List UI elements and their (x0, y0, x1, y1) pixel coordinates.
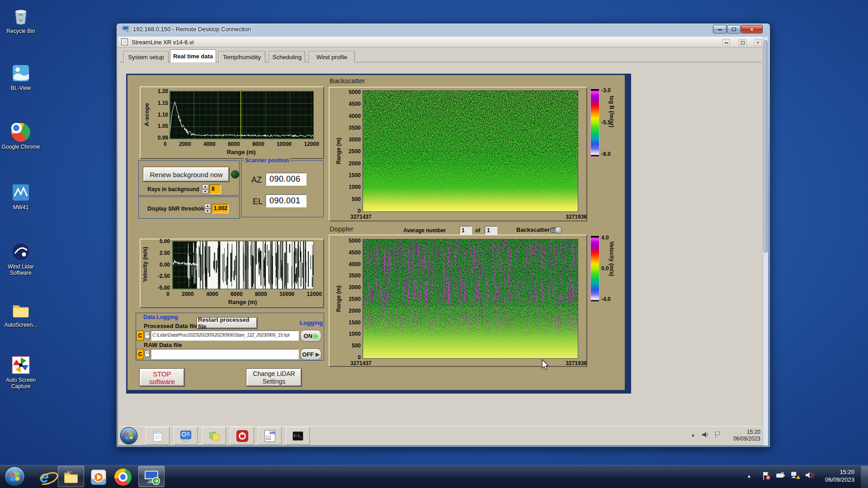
backscatter-toggle[interactable] (550, 227, 561, 233)
app-close-button[interactable]: × (754, 39, 762, 46)
host-start-button[interactable] (5, 466, 25, 487)
ascope-x-axis-label: Range (m) (170, 149, 313, 155)
ascope-cursor-line[interactable] (241, 91, 241, 139)
remote-taskbar-sticky-notes[interactable] (202, 427, 226, 445)
app-minimize-button[interactable] (722, 39, 730, 46)
scanner-position-box (241, 160, 324, 217)
velocity-y-ticks: 5.002.500.00-2.50-5.00 (149, 238, 170, 291)
tab-label: Scheduling (273, 54, 302, 61)
desktop-icon-wind-lidar[interactable]: Wind Lidar Software (0, 242, 42, 276)
snr-spinner[interactable] (204, 204, 211, 213)
button-label: Renew background now (150, 171, 223, 178)
tab-wind-profile[interactable]: Wind profile (309, 51, 355, 62)
tick-label: -2.50 (158, 273, 170, 279)
app-window-title: StreamLine XR v14-6.vi (132, 39, 193, 46)
remote-taskbar-power-app[interactable] (230, 427, 254, 445)
remote-tray-flag-icon[interactable] (713, 430, 722, 439)
desktop-icon-auto-screen-capture[interactable]: Auto Screen Capture (0, 355, 42, 389)
remote-taskbar-notepad[interactable] (146, 427, 170, 445)
doppler-y-ticks: 5000450040003500300025002000150010005000 (343, 238, 361, 361)
raw-logging-off-button[interactable]: OFF▶ (300, 348, 321, 360)
remote-date: 06/09/2023 (722, 436, 760, 442)
processed-drive-selector[interactable]: C (137, 330, 144, 341)
tab-scheduling[interactable]: Scheduling (269, 51, 305, 62)
processed-logging-on-button[interactable]: ON▶ (300, 330, 321, 342)
renew-status-led (231, 170, 239, 178)
tick-label: 12000 (307, 291, 322, 297)
pinwheel-icon (11, 355, 31, 375)
raw-browse-icon[interactable] (145, 350, 150, 357)
host-taskbar-chrome[interactable] (113, 468, 133, 486)
rays-value-field[interactable]: 8 (209, 184, 221, 194)
recycle-bin-icon (11, 6, 31, 26)
app-titlebar[interactable] (118, 37, 763, 47)
stop-software-button[interactable]: STOP software (140, 369, 184, 386)
snr-value-field[interactable]: 1.002 (212, 204, 229, 213)
rdp-titlebar[interactable]: 192.168.0.150 - Remote Desktop Connectio… (122, 26, 251, 33)
raw-data-file-label: RAW Data file (144, 342, 182, 348)
restart-processed-file-button[interactable]: Restart processed file (197, 318, 257, 328)
svg-text:C:\_: C:\_ (293, 433, 302, 437)
remote-taskbar-control-panel[interactable] (174, 427, 198, 445)
host-tray-expand-icon[interactable]: ▲ (747, 474, 751, 479)
host-tray-volume-muted-icon[interactable] (805, 471, 815, 480)
rdp-maximize-button[interactable] (727, 25, 741, 33)
show-desktop-button[interactable] (860, 466, 868, 488)
processed-browse-icon[interactable] (145, 332, 150, 338)
windows-logo-icon (125, 432, 133, 439)
tab-temp-humidity[interactable]: Temp/humidity (218, 51, 265, 62)
tab-label: Temp/humidity (223, 54, 261, 61)
host-taskbar-internet-explorer[interactable]: e (34, 468, 54, 486)
tab-system-setup[interactable]: System setup (123, 51, 169, 62)
host-taskbar-media-player[interactable] (89, 468, 108, 486)
remote-start-button[interactable] (120, 427, 137, 444)
renew-background-button[interactable]: Renew background now (143, 167, 229, 182)
notepad-icon (151, 429, 165, 443)
velocity-x-axis-label: Range (m) (172, 299, 313, 305)
labview-xr-icon: XR (263, 429, 277, 443)
tick-label: 1.10 (158, 112, 168, 118)
app-restore-button[interactable] (739, 39, 746, 46)
remote-taskbar-command-prompt[interactable]: C:\_ (286, 427, 310, 445)
scrollbar-thumb[interactable] (764, 40, 768, 253)
average-total-field: 1 (485, 226, 497, 235)
tick-label: 1.20 (158, 88, 168, 94)
rdp-close-button[interactable]: × (741, 25, 763, 33)
doppler-colorbar-label: Velocity (m/s) (609, 241, 615, 276)
button-label: ON (304, 333, 313, 339)
desktop-icon-google-chrome[interactable]: Google Chrome (0, 123, 42, 150)
tick-label: 5.00 (160, 238, 170, 244)
host-tray-network-icon[interactable] (790, 471, 800, 480)
tick-label: 500 (352, 196, 361, 202)
elevation-label: EL (253, 197, 263, 206)
desktop-icon-autoscreen-folder[interactable]: AutoScreen... (0, 300, 42, 328)
host-tray-action-center-icon[interactable] (761, 471, 771, 481)
remote-tray-clock[interactable]: 15:20 06/09/2023 (722, 429, 760, 442)
desktop-icon-mw41[interactable]: MW41 (0, 183, 42, 211)
host-taskbar-explorer[interactable] (58, 466, 84, 487)
host-taskbar-remote-desktop[interactable] (138, 466, 165, 487)
change-lidar-settings-button[interactable]: Change LiDAR Settings (246, 369, 302, 386)
remote-tray-expand-icon[interactable]: ▲ (691, 432, 695, 437)
maximize-icon (732, 28, 736, 31)
remote-vertical-scrollbar[interactable] (763, 37, 768, 446)
rays-spinner[interactable] (202, 184, 208, 194)
remote-tray-volume-icon[interactable] (701, 430, 710, 439)
rdp-minimize-button[interactable] (713, 25, 726, 33)
average-number-field[interactable]: 1 (459, 226, 472, 235)
desktop-icon-bl-view[interactable]: BL-View (0, 63, 42, 91)
tab-strip-divider (120, 62, 762, 62)
tab-real-time-data[interactable]: Real time data (170, 49, 216, 62)
host-tray-clock[interactable]: 15:20 06/09/2023 (816, 468, 854, 483)
ascope-y-axis-label: A-scope (143, 99, 150, 131)
host-tray-battery-icon[interactable] (776, 471, 787, 480)
processed-path-field[interactable]: C:\Lidar\Data\Proc\2023\202309\20230906\… (151, 330, 299, 341)
tick-label: 5000 (349, 89, 361, 95)
tick-label: 2500 (349, 296, 361, 302)
raw-drive-selector[interactable]: C (137, 349, 144, 359)
desktop-icon-recycle-bin[interactable]: Recycle Bin (0, 6, 42, 34)
remote-taskbar-streamline-vi[interactable]: XR (258, 427, 282, 445)
raw-path-field[interactable] (151, 349, 299, 359)
processed-data-file-label: Processed Data file (144, 323, 198, 329)
tick-label: -8.0 (601, 151, 611, 157)
